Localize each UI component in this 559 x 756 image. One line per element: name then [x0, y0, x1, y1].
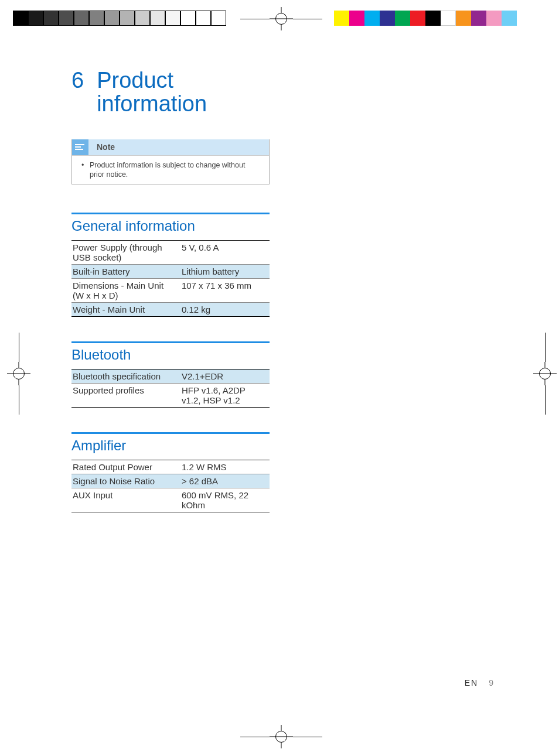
spec-label: AUX Input [71, 488, 180, 512]
spec-value: 5 V, 0.6 A [180, 241, 270, 265]
spec-value: HFP v1.6, A2DP v1.2, HSP v1.2 [180, 384, 270, 408]
spec-value: V2.1+EDR [180, 370, 270, 384]
section-rule [71, 341, 270, 343]
spec-value: 0.12 kg [180, 303, 270, 317]
grayscale-calibration-bar [13, 11, 226, 26]
section-rule [71, 213, 270, 214]
table-row: Rated Output Power1.2 W RMS [71, 460, 270, 474]
crop-line [19, 333, 19, 362]
table-row: Weight - Main Unit0.12 kg [71, 303, 270, 317]
crop-line [240, 19, 270, 19]
registration-mark-icon [270, 725, 293, 748]
spec-table-bluetooth: Bluetooth specificationV2.1+EDR Supporte… [71, 369, 270, 408]
section-general-information: General information Power Supply (throug… [71, 213, 270, 317]
crop-line [293, 19, 322, 19]
table-row: Signal to Noise Ratio> 62 dBA [71, 474, 270, 488]
chapter-number: 6 [71, 69, 84, 116]
spec-value: 1.2 W RMS [180, 460, 270, 474]
section-title: Bluetooth [71, 347, 270, 363]
spec-label: Weight - Main Unit [71, 303, 180, 317]
crop-line [545, 333, 546, 362]
table-row: AUX Input600 mV RMS, 22 kOhm [71, 488, 270, 512]
chapter-heading: 6 Product information [71, 69, 270, 116]
crop-line [240, 737, 270, 737]
table-row: Power Supply (through USB socket)5 V, 0.… [71, 241, 270, 265]
note-label: Note [88, 139, 269, 155]
table-row: Built-in BatteryLithium battery [71, 265, 270, 279]
spec-label: Signal to Noise Ratio [71, 474, 180, 488]
section-bluetooth: Bluetooth Bluetooth specificationV2.1+ED… [71, 341, 270, 408]
registration-mark-icon [270, 7, 293, 30]
note-text: Product information is subject to change… [72, 160, 269, 180]
spec-label: Built-in Battery [71, 265, 180, 279]
spec-table-amplifier: Rated Output Power1.2 W RMS Signal to No… [71, 460, 270, 512]
table-row: Dimensions - Main Unit (W x H x D)107 x … [71, 279, 270, 303]
spec-table-general: Power Supply (through USB socket)5 V, 0.… [71, 240, 270, 317]
spec-value: > 62 dBA [180, 474, 270, 488]
spec-value: 600 mV RMS, 22 kOhm [180, 488, 270, 512]
spec-label: Dimensions - Main Unit (W x H x D) [71, 279, 180, 303]
table-row: Bluetooth specificationV2.1+EDR [71, 370, 270, 384]
spec-label: Supported profiles [71, 384, 180, 408]
chapter-title: Product information [97, 69, 270, 116]
page-footer: EN 9 [71, 678, 493, 687]
note-box: Note Product information is subject to c… [71, 139, 270, 185]
note-icon [72, 139, 88, 155]
spec-value: Lithium battery [180, 265, 270, 279]
section-amplifier: Amplifier Rated Output Power1.2 W RMS Si… [71, 432, 270, 512]
spec-label: Rated Output Power [71, 460, 180, 474]
registration-mark-icon [533, 362, 557, 385]
crop-line [293, 737, 322, 737]
crop-line [545, 385, 546, 415]
color-calibration-bar [334, 11, 517, 26]
spec-label: Bluetooth specification [71, 370, 180, 384]
section-title: Amplifier [71, 437, 270, 454]
registration-mark-icon [7, 362, 30, 385]
spec-label: Power Supply (through USB socket) [71, 241, 180, 265]
footer-language: EN [465, 678, 478, 687]
footer-page-number: 9 [489, 678, 493, 687]
crop-line [19, 385, 19, 415]
table-row: Supported profilesHFP v1.6, A2DP v1.2, H… [71, 384, 270, 408]
section-title: General information [71, 218, 270, 234]
section-rule [71, 432, 270, 434]
spec-value: 107 x 71 x 36 mm [180, 279, 270, 303]
